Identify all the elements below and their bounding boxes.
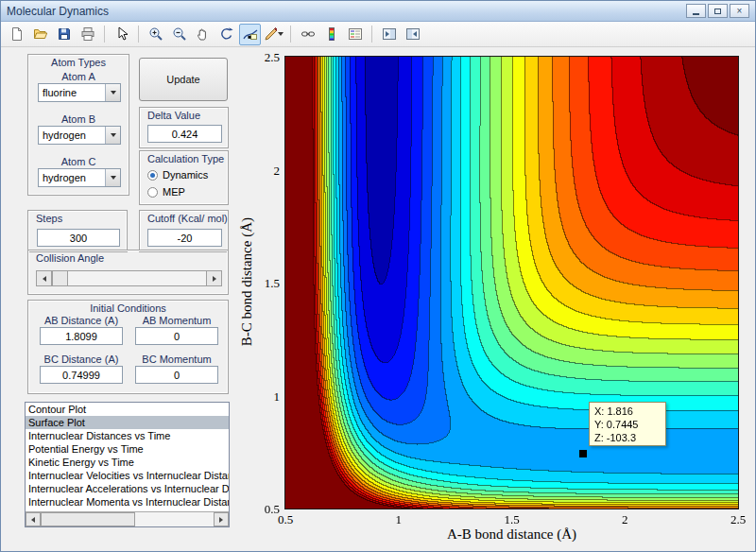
app-window: Molecular Dynamics × Atom Types Atom A <box>0 0 756 552</box>
show-plot-tools-icon <box>405 26 421 42</box>
titlebar: Molecular Dynamics × <box>1 1 755 22</box>
list-item[interactable]: Surface Plot <box>26 416 229 429</box>
collision-angle-slider[interactable] <box>36 270 222 286</box>
chevron-down-icon <box>111 91 116 95</box>
zoom-out-button[interactable] <box>168 24 190 45</box>
zoom-in-icon <box>148 26 163 42</box>
ab-momentum-label: AB Momentum <box>135 315 218 326</box>
insert-colorbar-button[interactable] <box>320 24 342 45</box>
listbox-hscrollbar[interactable] <box>26 511 229 526</box>
slider-right-arrow[interactable] <box>206 270 222 286</box>
x-tick-label: 1 <box>380 512 418 527</box>
colorbar-icon <box>324 26 339 42</box>
brush-data-button[interactable] <box>263 24 284 45</box>
save-button[interactable] <box>53 24 75 45</box>
hand-pan-icon <box>196 26 211 42</box>
legend-icon <box>348 26 363 42</box>
list-item[interactable]: Internuclear Distances vs Time <box>26 429 229 442</box>
list-item[interactable]: Kinetic Energy vs Time <box>26 456 229 469</box>
atom-types-panel: Atom Types Atom A fluorine Atom B hydrog… <box>27 54 129 196</box>
calculation-type-panel: Calculation Type Dynamics MEP <box>139 150 229 205</box>
panel-title: Cutoff (Kcal/ mol) <box>140 213 228 224</box>
plot-type-listbox[interactable]: Contour PlotSurface PlotInternuclear Dis… <box>25 402 230 527</box>
open-file-button[interactable] <box>29 24 51 45</box>
close-button[interactable]: × <box>730 4 749 18</box>
steps-field[interactable] <box>37 229 120 247</box>
window-title: Molecular Dynamics <box>7 5 109 18</box>
new-figure-button[interactable] <box>6 24 27 45</box>
bc-distance-field[interactable] <box>40 366 123 384</box>
panel-title: Initial Conditions <box>28 302 228 314</box>
data-cursor-button[interactable] <box>239 24 261 45</box>
list-item[interactable]: Internuclear Velocities vs Internuclear … <box>26 469 229 482</box>
hide-plot-tools-button[interactable] <box>378 24 400 45</box>
radio-label: MEP <box>163 186 185 198</box>
radio-dynamics[interactable]: Dynamics <box>147 169 208 181</box>
slider-thumb[interactable] <box>52 270 68 286</box>
ab-momentum-field[interactable] <box>135 327 218 345</box>
chevron-down-icon <box>111 133 116 137</box>
atom-c-label: Atom C <box>28 156 129 167</box>
atom-a-dropdown[interactable]: fluorine <box>38 83 121 102</box>
scroll-thumb[interactable] <box>41 512 135 526</box>
minimize-button[interactable] <box>686 4 706 18</box>
ab-distance-label: AB Distance (A) <box>40 315 123 326</box>
atom-b-dropdown[interactable]: hydrogen <box>38 126 121 145</box>
dropdown-button[interactable] <box>105 84 120 101</box>
panel-title: Atom Types <box>28 57 129 68</box>
datatip-z: Z: -103.3 <box>594 431 661 444</box>
datatip-marker[interactable] <box>579 450 587 457</box>
datatip-tooltip[interactable]: X: 1.816 Y: 0.7445 Z: -103.3 <box>589 402 666 446</box>
scroll-right-arrow[interactable] <box>214 512 229 526</box>
brush-icon <box>264 26 277 42</box>
x-tick-label: 1.5 <box>493 512 531 527</box>
insert-legend-button[interactable] <box>344 24 366 45</box>
radio-mep[interactable]: MEP <box>147 186 185 198</box>
delta-value-field[interactable] <box>147 125 222 143</box>
collision-angle-panel: Collision Angle <box>27 250 229 295</box>
list-item[interactable]: Internuclear Accelerations vs Internucle… <box>26 482 229 495</box>
print-button[interactable] <box>77 24 98 45</box>
y-tick-label: 1.5 <box>242 276 280 291</box>
save-floppy-icon <box>57 26 72 42</box>
ab-distance-field[interactable] <box>40 327 123 345</box>
panel-title: Steps <box>28 213 127 224</box>
edit-plot-button[interactable] <box>111 24 132 45</box>
dropdown-button[interactable] <box>105 127 120 144</box>
new-file-icon <box>9 26 25 42</box>
zoom-out-icon <box>172 26 187 42</box>
pan-button[interactable] <box>192 24 214 45</box>
list-item[interactable]: Internuclear Momenta vs Internuclear Dis… <box>26 495 229 509</box>
open-folder-icon <box>33 26 48 42</box>
scroll-left-arrow[interactable] <box>26 512 41 526</box>
contour-plot[interactable] <box>285 57 738 509</box>
bc-momentum-label: BC Momentum <box>135 354 218 365</box>
link-plot-button[interactable] <box>297 24 318 45</box>
brush-dropdown-caret[interactable] <box>278 32 284 36</box>
radio-icon <box>147 170 158 181</box>
link-chain-icon <box>301 26 316 42</box>
atom-a-label: Atom A <box>28 71 129 82</box>
delta-value-panel: Delta Value <box>139 107 229 148</box>
x-tick-label: 2.5 <box>719 512 756 527</box>
atom-b-label: Atom B <box>28 113 129 125</box>
atom-c-dropdown[interactable]: hydrogen <box>38 168 121 187</box>
radio-label: Dynamics <box>163 169 208 181</box>
cutoff-field[interactable] <box>147 229 222 247</box>
x-axis-label: A-B bond distance (Å) <box>285 526 738 543</box>
listbox-items: Contour PlotSurface PlotInternuclear Dis… <box>26 403 229 509</box>
update-button[interactable]: Update <box>139 58 228 101</box>
panel-title: Calculation Type <box>140 153 228 164</box>
zoom-in-button[interactable] <box>145 24 166 45</box>
minimize-icon <box>693 13 699 15</box>
restore-button[interactable] <box>708 4 728 18</box>
bc-momentum-field[interactable] <box>135 366 218 384</box>
show-plot-tools-button[interactable] <box>402 24 423 45</box>
list-item[interactable]: Potential Energy vs Time <box>26 442 229 456</box>
rotate-3d-button[interactable] <box>215 24 237 45</box>
list-item[interactable]: Contour Plot <box>26 403 229 416</box>
bc-distance-label: BC Distance (A) <box>40 354 123 365</box>
axes-box <box>284 56 739 509</box>
slider-left-arrow[interactable] <box>36 270 52 286</box>
dropdown-button[interactable] <box>105 169 120 186</box>
